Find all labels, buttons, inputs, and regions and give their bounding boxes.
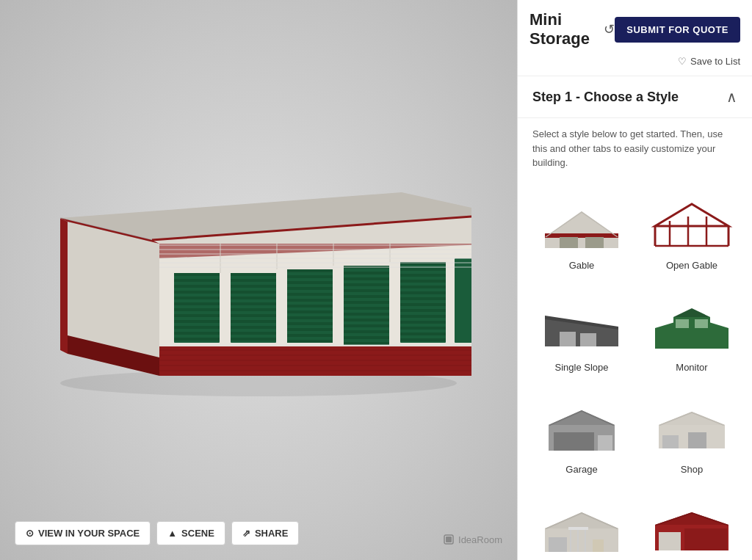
svg-rect-44 — [287, 310, 333, 313]
style-item-garage[interactable]: Garage — [529, 386, 634, 482]
shop-label: Shop — [681, 464, 703, 475]
svg-marker-109 — [655, 204, 728, 226]
svg-rect-58 — [344, 307, 389, 310]
svg-rect-63 — [344, 336, 389, 339]
svg-rect-20 — [174, 326, 220, 329]
svg-marker-123 — [673, 308, 710, 317]
svg-rect-124 — [676, 319, 689, 328]
svg-rect-14 — [174, 291, 220, 294]
svg-rect-28 — [231, 297, 276, 299]
logo: IdeaRoom — [443, 534, 502, 545]
svg-rect-39 — [287, 281, 333, 284]
svg-rect-108 — [585, 237, 604, 248]
step-header: Step 1 - Choose a Style ∧ — [518, 76, 752, 118]
svg-rect-130 — [598, 435, 612, 451]
scene-icon: ▲ — [167, 528, 177, 539]
style-item-gable[interactable]: Gable — [529, 182, 634, 278]
svg-rect-149 — [684, 528, 727, 550]
svg-rect-19 — [174, 320, 220, 323]
svg-rect-57 — [344, 301, 389, 304]
svg-rect-64 — [344, 342, 389, 345]
svg-marker-9 — [60, 218, 68, 354]
svg-marker-126 — [549, 410, 615, 425]
svg-rect-40 — [287, 287, 333, 290]
svg-rect-49 — [287, 340, 333, 343]
style-item-monitor[interactable]: Monitor — [640, 284, 744, 380]
svg-rect-61 — [344, 324, 389, 327]
single-slope-preview — [534, 291, 629, 357]
svg-rect-120 — [655, 328, 728, 349]
house-preview — [534, 495, 629, 561]
garage-preview — [534, 393, 629, 459]
svg-rect-55 — [344, 289, 389, 292]
svg-rect-17 — [174, 308, 220, 311]
svg-rect-41 — [287, 293, 333, 296]
share-button[interactable]: ⇗ SHARE — [231, 521, 300, 545]
view-in-space-button[interactable]: ⊙ VIEW IN YOUR SPACE — [15, 521, 151, 545]
style-item-single-slope[interactable]: Single Slope — [529, 284, 634, 380]
step-title: Step 1 - Choose a Style — [532, 90, 679, 105]
svg-rect-129 — [554, 432, 594, 451]
logo-icon — [443, 534, 455, 545]
svg-rect-38 — [287, 275, 333, 278]
svg-rect-32 — [231, 320, 276, 323]
style-item-rv-storage[interactable]: RV Storage — [640, 488, 744, 561]
svg-rect-35 — [231, 338, 276, 341]
svg-rect-30 — [231, 308, 276, 311]
svg-rect-26 — [231, 285, 276, 288]
share-icon: ⇗ — [242, 528, 250, 539]
svg-rect-70 — [400, 286, 446, 288]
collapse-button[interactable]: ∧ — [726, 88, 737, 106]
scene-button[interactable]: ▲ SCENE — [156, 521, 225, 545]
panel-title: Mini Storage — [529, 10, 598, 48]
svg-rect-46 — [287, 322, 333, 325]
svg-rect-59 — [344, 313, 389, 316]
svg-rect-43 — [287, 305, 333, 308]
svg-rect-53 — [344, 277, 389, 280]
svg-rect-80 — [455, 258, 471, 343]
save-to-list-button[interactable]: ♡ Save to List — [529, 56, 740, 67]
svg-rect-77 — [400, 327, 446, 330]
svg-rect-67 — [400, 268, 446, 271]
svg-rect-52 — [344, 272, 389, 274]
svg-rect-69 — [400, 280, 446, 283]
viewport: ⊙ VIEW IN YOUR SPACE ▲ SCENE ⇗ SHARE Ide… — [0, 0, 517, 560]
monitor-label: Monitor — [676, 362, 707, 373]
svg-rect-56 — [344, 295, 389, 298]
svg-rect-15 — [174, 297, 220, 299]
right-panel: Mini Storage ↺ SUBMIT FOR QUOTE ♡ Save t… — [517, 0, 752, 560]
svg-rect-11 — [174, 273, 220, 276]
svg-rect-22 — [174, 338, 220, 341]
svg-rect-45 — [287, 316, 333, 319]
svg-rect-34 — [231, 332, 276, 335]
svg-rect-60 — [344, 319, 389, 321]
open-gable-label: Open Gable — [666, 260, 717, 271]
svg-rect-107 — [560, 237, 578, 248]
svg-rect-16 — [174, 302, 220, 305]
style-item-open-gable[interactable]: Open Gable — [640, 182, 744, 278]
step-description: Select a style below to get started. The… — [518, 118, 752, 176]
svg-rect-104 — [545, 237, 618, 248]
rv-storage-preview — [644, 495, 740, 561]
svg-rect-37 — [287, 269, 333, 272]
undo-button[interactable]: ↺ — [604, 21, 615, 37]
svg-rect-118 — [560, 332, 576, 346]
svg-rect-139 — [549, 537, 567, 552]
svg-rect-21 — [174, 332, 220, 335]
svg-rect-125 — [695, 319, 708, 328]
style-item-house[interactable]: House — [529, 488, 634, 561]
svg-rect-78 — [400, 332, 446, 335]
svg-rect-135 — [688, 432, 706, 448]
style-item-shop[interactable]: Shop — [640, 386, 744, 482]
svg-rect-42 — [287, 299, 333, 302]
style-grid: Gable Open Gable — [518, 176, 752, 561]
gable-preview — [534, 189, 629, 255]
submit-quote-button[interactable]: SUBMIT FOR QUOTE — [615, 17, 740, 43]
svg-marker-6 — [159, 346, 471, 376]
svg-rect-73 — [400, 303, 446, 306]
svg-rect-29 — [231, 302, 276, 305]
monitor-preview — [644, 291, 740, 357]
svg-rect-12 — [174, 279, 220, 282]
svg-marker-136 — [545, 512, 618, 528]
svg-rect-119 — [580, 333, 596, 346]
